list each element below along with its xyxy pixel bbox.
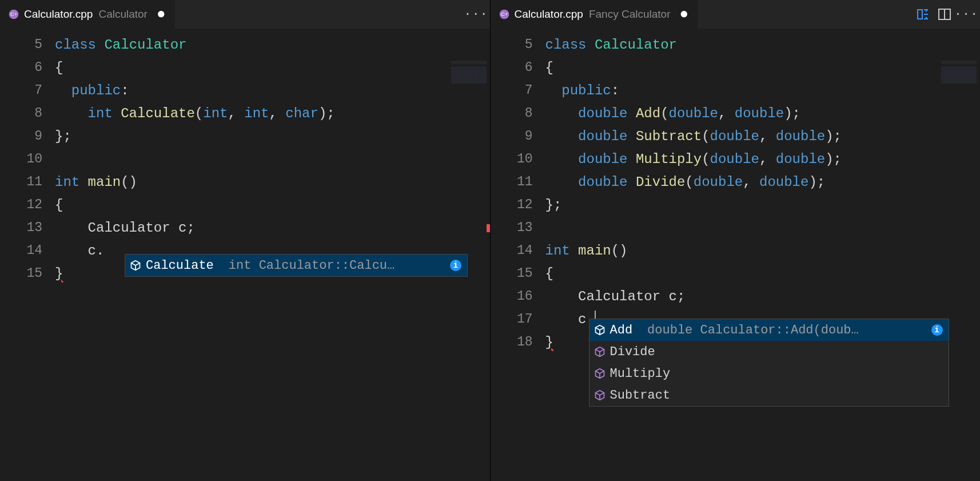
line-number: 8 — [0, 106, 55, 121]
line-number: 18 — [491, 335, 545, 349]
code-line[interactable]: 8 double Add(double, double); — [491, 102, 981, 125]
line-number: 7 — [491, 83, 545, 98]
svg-rect-4 — [918, 10, 922, 19]
code-line[interactable]: 6 { — [0, 56, 490, 79]
method-icon — [594, 368, 605, 379]
code-line[interactable]: 10 double Multiply(double, double); — [491, 148, 981, 170]
code-line[interactable]: 11 double Divide(double, double); — [491, 170, 981, 193]
line-number: 17 — [491, 312, 545, 327]
tab-bar: C+ Calculator.cpp Calculator ● ··· — [0, 0, 490, 29]
intellisense-label: Calculate — [146, 259, 214, 273]
code-editor[interactable]: 5 class Calculator 6 { 7 public: 8 int C… — [0, 29, 490, 481]
tab-subtitle: Fancy Calculator — [589, 8, 671, 21]
tab-actions: ··· — [916, 0, 973, 29]
line-number: 7 — [0, 83, 55, 98]
line-number: 9 — [0, 129, 55, 144]
line-number: 8 — [491, 106, 545, 121]
line-number: 15 — [491, 266, 545, 281]
editor-tab[interactable]: C+ Calculator.cpp Fancy Calculator ● — [491, 0, 699, 29]
line-number: 6 — [491, 60, 545, 75]
intellisense-item[interactable]: Multiply — [589, 363, 949, 384]
code-line[interactable]: 16 Calculator c; — [491, 285, 981, 308]
intellisense-label: Divide — [610, 345, 655, 359]
code-line[interactable]: 15 { — [491, 262, 981, 285]
cpp-file-icon: C+ — [8, 9, 19, 20]
intellisense-detail: int Calculator::Calcu… — [229, 259, 395, 273]
intellisense-item[interactable]: Add double Calculator::Add(doub… i — [589, 319, 949, 341]
intellisense-label: Subtract — [610, 388, 671, 403]
line-number: 9 — [491, 129, 545, 144]
code-line[interactable]: 10 — [0, 148, 490, 170]
line-number: 14 — [491, 243, 545, 258]
tab-filename: Calculator.cpp — [515, 8, 583, 21]
code-line[interactable]: 11 int main() — [0, 170, 490, 193]
code-line[interactable]: 14 int main() — [491, 239, 981, 262]
tab-filename: Calculator.cpp — [24, 8, 93, 21]
line-number: 10 — [0, 152, 55, 166]
line-number: 12 — [491, 197, 545, 212]
more-actions-icon[interactable]: ··· — [959, 7, 973, 21]
intellisense-popup[interactable]: Calculate int Calculator::Calcu… i — [125, 254, 468, 277]
line-number: 11 — [0, 174, 55, 189]
line-number: 13 — [491, 220, 545, 235]
line-number: 12 — [0, 197, 55, 212]
info-icon[interactable]: i — [450, 260, 461, 271]
overview-error-tick[interactable] — [487, 224, 490, 232]
line-number: 5 — [0, 37, 55, 52]
line-number: 6 — [0, 60, 55, 75]
code-line[interactable]: 5 class Calculator — [0, 33, 490, 56]
method-icon — [594, 389, 605, 401]
intellisense-label: Add — [610, 323, 633, 337]
svg-text:C+: C+ — [501, 11, 508, 17]
cpp-file-icon: C+ — [499, 9, 510, 20]
code-line[interactable]: 9 double Subtract(double, double); — [491, 125, 981, 148]
intellisense-label: Multiply — [610, 367, 671, 381]
line-number: 16 — [491, 289, 545, 304]
code-line[interactable]: 13 — [491, 216, 981, 239]
line-number: 10 — [491, 152, 545, 166]
code-line[interactable]: 12 }; — [491, 193, 981, 216]
method-icon — [594, 324, 605, 336]
intellisense-item[interactable]: Subtract — [589, 384, 949, 406]
code-line[interactable]: 7 public: — [491, 79, 981, 102]
editor-pane-right: C+ Calculator.cpp Fancy Calculator ● ···… — [491, 0, 981, 481]
code-line[interactable]: 6 { — [491, 56, 981, 79]
method-icon — [594, 346, 605, 357]
code-line[interactable]: 5 class Calculator — [491, 33, 981, 56]
method-icon — [130, 260, 141, 271]
svg-text:C+: C+ — [10, 11, 17, 17]
intellisense-popup[interactable]: Add double Calculator::Add(doub… i Divid… — [589, 319, 949, 407]
editor-tab[interactable]: C+ Calculator.cpp Calculator ● — [0, 0, 176, 29]
code-line[interactable]: 13 Calculator c; — [0, 216, 490, 239]
info-icon[interactable]: i — [931, 324, 943, 336]
editor-pane-left: C+ Calculator.cpp Calculator ● ··· 5 cla… — [0, 0, 491, 481]
tab-actions: ··· — [469, 0, 483, 29]
line-number: 13 — [0, 220, 55, 235]
compare-changes-icon[interactable] — [916, 7, 930, 21]
intellisense-detail: double Calculator::Add(doub… — [647, 323, 859, 337]
line-number: 14 — [0, 243, 55, 258]
line-number: 5 — [491, 37, 545, 52]
code-line[interactable]: 9 }; — [0, 125, 490, 148]
intellisense-item[interactable]: Calculate int Calculator::Calcu… i — [125, 255, 467, 276]
tab-subtitle: Calculator — [98, 8, 148, 21]
minimap[interactable] — [451, 61, 487, 90]
intellisense-item[interactable]: Divide — [589, 341, 949, 363]
code-line[interactable]: 7 public: — [0, 79, 490, 102]
code-line[interactable]: 8 int Calculate(int, int, char); — [0, 102, 490, 125]
code-line[interactable]: 12 { — [0, 193, 490, 216]
code-editor[interactable]: 5 class Calculator 6 { 7 public: 8 doubl… — [491, 29, 981, 481]
split-editor-icon[interactable] — [938, 7, 951, 21]
tab-bar: C+ Calculator.cpp Fancy Calculator ● ··· — [491, 0, 981, 29]
line-number: 15 — [0, 266, 55, 281]
more-actions-icon[interactable]: ··· — [469, 7, 483, 21]
minimap[interactable] — [941, 61, 977, 90]
line-number: 11 — [491, 174, 545, 189]
